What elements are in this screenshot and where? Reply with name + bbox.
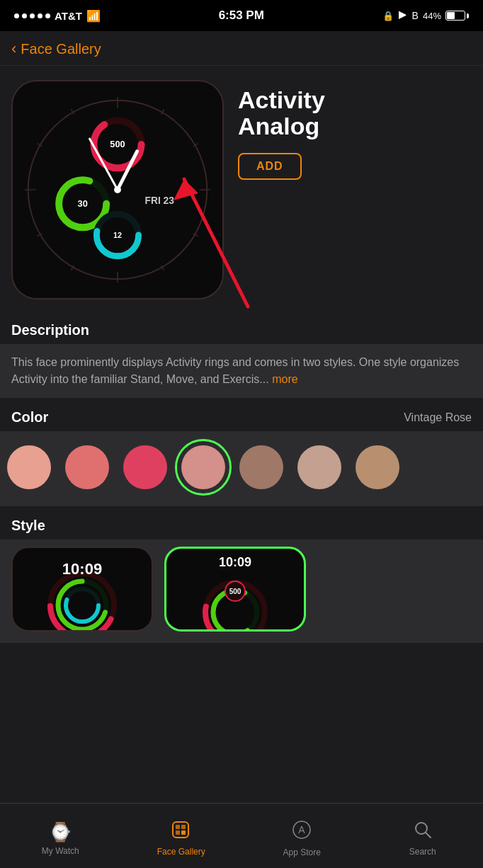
tab-app-store[interactable]: A App Store	[242, 814, 363, 857]
status-bar: AT&T 📶 6:53 PM 🔒 ⯈ B 44%	[0, 0, 483, 31]
description-body: This face prominently displays Activity …	[0, 344, 483, 398]
location-icon: ⯈	[398, 10, 408, 21]
style-preview-1[interactable]: 10:09	[11, 547, 153, 632]
back-label: Face Gallery	[21, 41, 101, 57]
wifi-icon: 📶	[86, 9, 101, 23]
svg-text:A: A	[299, 824, 306, 835]
more-link[interactable]: more	[272, 373, 297, 385]
style-header: Style	[0, 508, 483, 539]
style-previews: 10:09 500 10:09	[0, 539, 483, 643]
face-gallery-icon	[171, 821, 191, 844]
color-swatch-2[interactable]	[116, 438, 174, 496]
style-title: Style	[11, 518, 45, 533]
svg-text:10:09: 10:09	[62, 560, 102, 578]
svg-text:10:09: 10:09	[219, 555, 251, 569]
svg-text:FRI 23: FRI 23	[144, 195, 174, 206]
color-swatch-1[interactable]	[58, 438, 116, 496]
swatch-circle-0	[7, 445, 51, 489]
svg-text:12: 12	[113, 231, 122, 239]
color-swatches-row	[0, 431, 483, 506]
carrier-label: AT&T	[55, 10, 82, 22]
svg-rect-48	[176, 830, 180, 835]
app-store-icon: A	[292, 820, 312, 845]
description-header: Description	[0, 312, 483, 344]
tab-search-label: Search	[409, 847, 436, 857]
tab-face-gallery[interactable]: Face Gallery	[121, 815, 242, 857]
battery-percent: 44%	[423, 11, 441, 21]
swatch-circle-1	[65, 445, 109, 489]
tab-app-store-label: App Store	[283, 847, 321, 857]
time-label: 6:53 PM	[219, 8, 264, 23]
svg-line-53	[426, 833, 431, 838]
watch-face-title: Activity Analog	[238, 87, 472, 140]
swatch-circle-6	[356, 445, 399, 489]
description-text: This face prominently displays Activity …	[11, 356, 459, 385]
status-right: 🔒 ⯈ B 44%	[382, 10, 469, 21]
description-section: Description This face prominently displa…	[0, 312, 483, 398]
color-swatch-4[interactable]	[232, 438, 290, 496]
back-chevron-icon: ‹	[11, 40, 16, 58]
signal-dots	[14, 13, 50, 18]
description-title: Description	[11, 322, 89, 338]
bluetooth-icon: B	[412, 10, 419, 21]
color-swatch-3[interactable]	[174, 438, 232, 496]
lock-icon: 🔒	[382, 11, 394, 21]
tab-my-watch[interactable]: ⌚ My Watch	[0, 816, 121, 856]
tab-my-watch-label: My Watch	[42, 846, 79, 856]
svg-rect-46	[176, 825, 180, 829]
svg-rect-47	[181, 825, 186, 829]
svg-text:500: 500	[229, 588, 242, 595]
nav-back[interactable]: ‹ Face Gallery	[0, 31, 483, 66]
color-label: Color	[11, 409, 48, 426]
swatch-circle-3	[181, 445, 225, 489]
color-swatch-5[interactable]	[290, 438, 348, 496]
status-left: AT&T 📶	[14, 9, 101, 23]
battery-indicator	[445, 11, 469, 21]
color-row-header: Color Vintage Rose	[0, 399, 483, 431]
add-button[interactable]: ADD	[238, 153, 302, 180]
swatch-circle-5	[297, 445, 341, 489]
tab-search[interactable]: Search	[363, 815, 484, 857]
swatch-circle-2	[123, 445, 167, 489]
hero-section: 500 30 12 FRI 23	[0, 66, 483, 311]
style-preview-2[interactable]: 500 10:09	[164, 547, 306, 632]
my-watch-icon: ⌚	[49, 821, 72, 843]
color-section: Color Vintage Rose	[0, 399, 483, 506]
watch-face-preview: 500 30 12 FRI 23	[11, 80, 224, 299]
color-value: Vintage Rose	[404, 411, 472, 424]
swatch-circle-4	[239, 445, 283, 489]
tab-bar: ⌚ My Watch Face Gallery A App Store	[0, 803, 483, 868]
svg-text:30: 30	[78, 198, 88, 209]
style-section: Style 10:09	[0, 508, 483, 643]
hero-info: Activity Analog ADD	[238, 80, 472, 180]
search-icon	[414, 821, 432, 844]
svg-rect-49	[181, 830, 186, 835]
svg-text:500: 500	[110, 139, 125, 149]
svg-rect-45	[173, 822, 188, 838]
color-swatch-6[interactable]	[348, 438, 407, 496]
color-swatch-0[interactable]	[0, 438, 58, 496]
tab-face-gallery-label: Face Gallery	[157, 847, 205, 857]
svg-point-26	[114, 186, 121, 193]
